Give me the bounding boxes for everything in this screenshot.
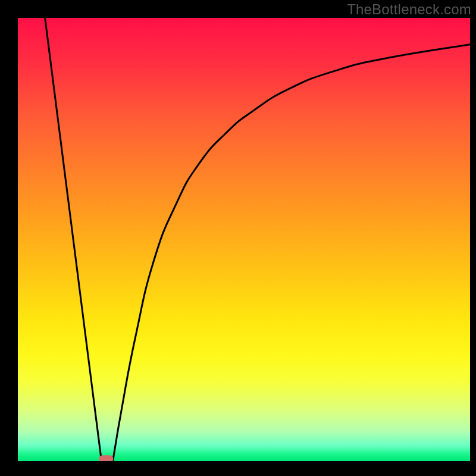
- watermark-text: TheBottleneck.com: [347, 1, 471, 18]
- trough-marker: [99, 455, 113, 461]
- curve-left-branch: [45, 18, 102, 461]
- chart-frame: TheBottleneck.com: [0, 0, 476, 476]
- plot-area: [18, 18, 470, 461]
- chart-svg: [18, 18, 470, 461]
- curve-right-branch: [113, 45, 470, 461]
